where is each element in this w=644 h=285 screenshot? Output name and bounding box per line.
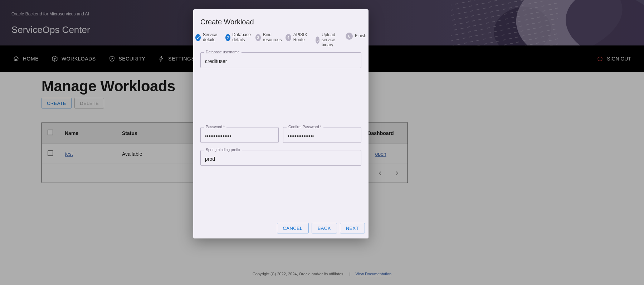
next-button[interactable]: NEXT [340,223,365,233]
step-number: 6 [346,33,353,40]
step-apisix-route[interactable]: 4 APISIX Route [286,33,314,43]
modal-title: Create Workload [193,9,369,29]
modal-stepper: Service details 2 Database details 3 Bin… [193,29,369,49]
step-label: Finish [355,34,366,39]
database-username-label: Database username [204,50,241,54]
step-label: Bind resources [263,33,284,43]
step-upload-binary[interactable]: 5 Upload service binary [316,33,344,47]
step-database-details[interactable]: 2 Database details [225,33,254,43]
step-finish[interactable]: 6 Finish [346,33,366,40]
cancel-button[interactable]: CANCEL [277,223,309,233]
password-label: Password * [204,125,226,129]
step-label: Service details [203,33,224,43]
check-icon [195,34,201,41]
step-bind-resources[interactable]: 3 Bind resources [255,33,284,43]
spring-binding-prefix-input[interactable] [200,150,361,166]
spring-binding-prefix-label: Spring binding prefix [204,148,242,152]
step-service-details[interactable]: Service details [195,33,224,43]
step-label: Database details [233,33,254,43]
step-label: APISIX Route [293,33,314,43]
step-number: 5 [316,37,319,44]
modal-form: Database username Password * Confirm Pas… [193,49,369,218]
create-workload-modal: Create Workload Service details 2 Databa… [193,9,369,238]
confirm-password-input[interactable] [283,127,361,143]
password-input[interactable] [200,127,279,143]
back-button[interactable]: BACK [312,223,337,233]
confirm-password-label: Confirm Password * [287,125,323,129]
step-number: 2 [225,34,230,41]
step-number: 3 [255,34,261,41]
database-username-input[interactable] [200,52,361,68]
modal-actions: CANCEL BACK NEXT [193,218,369,238]
step-label: Upload service binary [322,33,344,47]
step-number: 4 [286,34,291,41]
